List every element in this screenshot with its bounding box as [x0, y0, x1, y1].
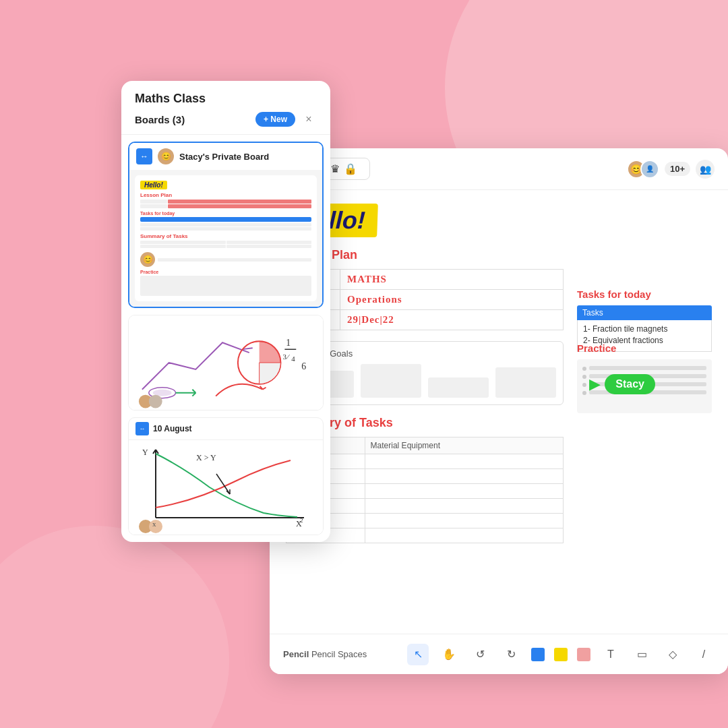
stacy-cursor: ▶ Stacy: [589, 374, 655, 394]
preview-tasks-bar: [140, 217, 311, 222]
boards-panel-title: Maths Class: [135, 92, 317, 106]
preview-summary-title: Summary of Tasks: [140, 233, 311, 239]
preview-cell: [140, 245, 226, 248]
whiteboard-header: Board2 ♛ 🔒 😊 👤 10+ 👥: [270, 148, 728, 190]
subject-value: MATHS: [340, 270, 564, 290]
preview-inner: Hello! Lesson Plan Tasks for today Summa…: [135, 175, 317, 301]
avatar-group: 😊 👤: [627, 160, 659, 179]
avatar-2: 👤: [640, 160, 659, 179]
practice-title: Practice: [577, 342, 712, 354]
material-col-header: Material Equipment: [365, 437, 563, 454]
boards-sub-header: Boards (3) + New ×: [135, 111, 317, 127]
content-columns: Lesson Plan Subject MATHS Topic Operatio…: [286, 248, 712, 543]
board2-sketch: 1 3 ⁄ 4 6: [129, 315, 323, 410]
board-item-3[interactable]: ↔ 10 August X 2 Y X > Y: [128, 417, 324, 535]
topic-value: Operations: [340, 290, 564, 310]
boards-header-actions: + New ×: [255, 111, 317, 127]
practice-row: [582, 365, 706, 371]
shape-tool-button[interactable]: ◇: [662, 644, 684, 665]
tasks-today-title: Tasks for today: [577, 289, 712, 300]
board-item-2[interactable]: 1 3 ⁄ 4 6: [128, 315, 324, 411]
preview-practice-title: Practice: [140, 270, 311, 274]
preview-tasks-title: Tasks for today: [140, 211, 311, 216]
text-tool-button[interactable]: T: [600, 644, 621, 665]
pen-blue-swatch[interactable]: [531, 648, 545, 661]
right-column: Tasks for today Tasks 1- Fraction tile m…: [577, 248, 712, 543]
practice-dot: [582, 383, 586, 387]
goal-col-3: [428, 377, 489, 398]
toolbar-brand: Pencil Pencil Spaces: [283, 649, 367, 659]
svg-text:Y: Y: [142, 448, 148, 457]
svg-text:3: 3: [282, 353, 286, 361]
hand-tool-button[interactable]: ✋: [438, 644, 460, 665]
close-panel-button[interactable]: ×: [301, 111, 317, 127]
board3-icon: ↔: [135, 422, 149, 435]
board3-sketch: X 2 Y X > Y x: [129, 440, 323, 535]
preview-lesson-table: [140, 200, 311, 208]
learning-goals-label: Learning Goals: [293, 348, 556, 359]
whiteboard-panel: Board2 ♛ 🔒 😊 👤 10+ 👥 Hello! Lesson Pla: [270, 148, 728, 674]
line-tool-button[interactable]: /: [693, 644, 715, 665]
cursor-label: Stacy: [605, 374, 655, 394]
goal-col-4: [495, 367, 556, 398]
preview-task-row: [140, 227, 311, 231]
pen-yellow-swatch[interactable]: [554, 648, 568, 661]
svg-text:6: 6: [301, 361, 306, 371]
svg-text:x: x: [152, 520, 156, 528]
board3-preview: X 2 Y X > Y x: [129, 440, 323, 535]
whiteboard-content: Hello! Lesson Plan Subject MATHS Topic O…: [270, 190, 728, 557]
board3-date: 10 August: [153, 424, 192, 433]
preview-cell: [140, 204, 167, 208]
private-board-avatar: 😊: [158, 148, 174, 164]
new-board-button[interactable]: + New: [255, 112, 295, 127]
eraser-swatch[interactable]: [577, 648, 590, 661]
svg-point-17: [149, 395, 162, 408]
preview-cell: [226, 241, 312, 244]
redo-button[interactable]: ↻: [500, 644, 522, 665]
boards-count: Boards (3): [135, 114, 185, 125]
preview-cell: [168, 204, 311, 208]
practice-dot: [582, 375, 586, 379]
svg-text:1: 1: [286, 338, 291, 348]
preview-cell: [168, 200, 311, 204]
preview-avatar: 😊: [140, 252, 155, 267]
private-board-header: ↔ 😊 Stacy's Private Board: [129, 143, 322, 170]
undo-button[interactable]: ↺: [469, 644, 491, 665]
preview-cell: [140, 200, 167, 204]
participants-count: 10+: [665, 162, 690, 176]
frame-tool-button[interactable]: ▭: [631, 644, 653, 665]
preview-lesson-title: Lesson Plan: [140, 192, 311, 198]
board3-header: ↔ 10 August: [129, 418, 323, 440]
preview-task-row: [140, 223, 311, 226]
date-value: 29|Dec|22: [340, 310, 564, 330]
goals-columns: [293, 364, 556, 398]
private-board-item[interactable]: ↔ 😊 Stacy's Private Board Hello! Lesson …: [128, 142, 324, 308]
add-user-icon[interactable]: 👥: [696, 160, 715, 179]
cursor-arrow: ▶: [589, 375, 601, 393]
private-board-preview: Hello! Lesson Plan Tasks for today Summa…: [129, 170, 322, 307]
bg-decoration-bottom: [0, 526, 229, 728]
preview-line: [158, 258, 311, 262]
brand-pencil: Pencil: [283, 649, 309, 659]
board2-preview: 1 3 ⁄ 4 6: [129, 315, 323, 410]
task-item-1: 1- Fraction tile magnets: [583, 324, 706, 334]
private-board-name: Stacy's Private Board: [179, 152, 269, 162]
preview-avatar-row: 😊: [140, 252, 311, 267]
crown-icon: ♛: [330, 162, 340, 175]
tasks-header-bar: Tasks: [577, 305, 712, 320]
practice-dot: [582, 391, 586, 395]
svg-text:2: 2: [300, 517, 303, 524]
brand-spaces: Pencil Spaces: [311, 649, 367, 659]
preview-practice-box: [140, 276, 311, 296]
cursor-tool-button[interactable]: ↖: [407, 644, 429, 665]
preview-summary: [140, 241, 311, 248]
preview-cell: [226, 245, 312, 248]
preview-cell: [140, 241, 226, 244]
goal-col-2: [361, 364, 421, 398]
boards-panel-header: Maths Class Boards (3) + New ×: [121, 81, 330, 135]
svg-text:4: 4: [291, 355, 295, 363]
preview-hello: Hello!: [140, 181, 167, 189]
private-board-icon: ↔: [136, 148, 152, 164]
whiteboard-toolbar: Pencil Pencil Spaces ↖ ✋ ↺ ↻ T ▭ ◇ /: [270, 634, 728, 674]
header-icons: 😊 👤 10+ 👥: [627, 160, 715, 179]
